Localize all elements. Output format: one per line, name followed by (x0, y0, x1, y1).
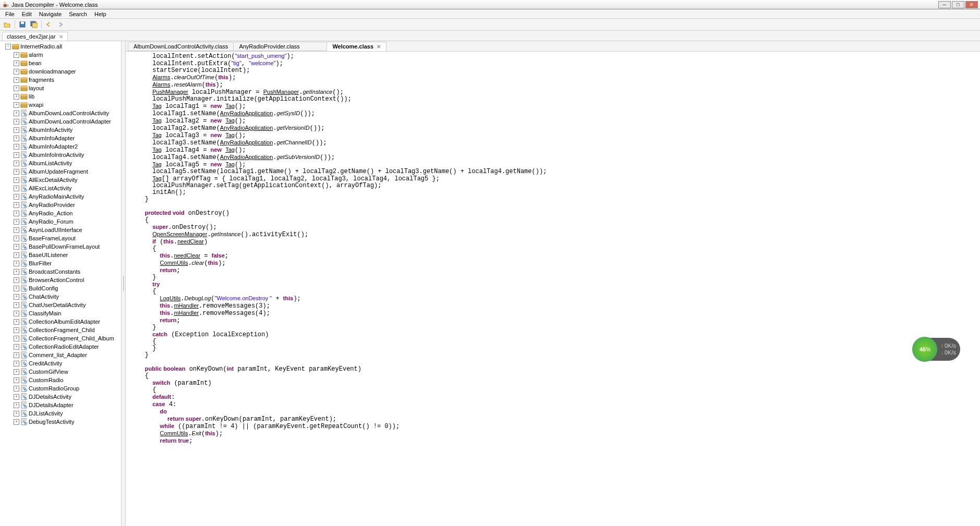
expand-icon[interactable]: + (14, 136, 19, 141)
system-monitor-widget[interactable]: 46% ↑0K/s ↓0K/s (913, 338, 960, 361)
expand-icon[interactable]: + (14, 94, 19, 100)
tree-root[interactable]: − InternetRadio.all (1, 42, 120, 51)
expand-icon[interactable]: + (14, 127, 19, 133)
expand-icon[interactable]: + (14, 52, 19, 58)
expand-icon[interactable]: + (14, 119, 19, 125)
tree-package[interactable]: +fragments (1, 76, 120, 84)
tree-sidebar[interactable]: − InternetRadio.all +alarm+bean+download… (0, 41, 122, 526)
tree-package[interactable]: +wxapi (1, 101, 120, 109)
menu-file[interactable]: File (2, 10, 18, 18)
tree-class[interactable]: +JBuildConfig (1, 284, 120, 292)
expand-icon[interactable]: + (14, 302, 19, 308)
tree-class[interactable]: +JAllExcListActivity (1, 184, 120, 192)
tree-class[interactable]: +JBrowserActionControl (1, 276, 120, 284)
tree-class[interactable]: +JChatUserDetailActivity (1, 301, 120, 309)
tree-class[interactable]: +JAlbumInfoIntroActivity (1, 151, 120, 159)
tree-class[interactable]: +JCollectionRadioEditAdapter (1, 342, 120, 351)
editor-tab-active[interactable]: Welcome.class✕ (326, 42, 386, 51)
expand-icon[interactable]: + (14, 286, 19, 291)
tree-class[interactable]: +JDJListActivity (1, 409, 120, 418)
expand-icon[interactable]: + (14, 386, 19, 392)
expand-icon[interactable]: + (14, 194, 19, 200)
tree-class[interactable]: +JClassifyMain (1, 309, 120, 317)
expand-icon[interactable]: + (14, 269, 19, 275)
expand-icon[interactable]: + (14, 161, 19, 166)
tree-class[interactable]: +JAllExcDetailActivity (1, 176, 120, 184)
menu-navigate[interactable]: Navigate (36, 10, 65, 18)
expand-icon[interactable]: + (14, 202, 19, 208)
expand-icon[interactable]: + (14, 327, 19, 333)
tree-class[interactable]: +JAlbumListActivity (1, 159, 120, 167)
expand-icon[interactable]: + (14, 102, 19, 108)
tree-package[interactable]: +alarm (1, 51, 120, 59)
expand-icon[interactable]: + (14, 85, 19, 91)
tree-package[interactable]: +layout (1, 84, 120, 92)
save-all-button[interactable] (29, 20, 39, 29)
expand-icon[interactable]: + (14, 369, 19, 375)
tree-class[interactable]: +JDebugTestActivity (1, 418, 120, 426)
expand-icon[interactable]: + (14, 69, 19, 75)
editor-tab[interactable]: AnyRadioProvider.class (233, 42, 327, 51)
tree-class[interactable]: +JChatActivity (1, 292, 120, 301)
editor-tab[interactable]: AlbumDownLoadControlActivity.class (128, 42, 234, 51)
tree-class[interactable]: +JAnyRadioMainActivity (1, 192, 120, 201)
file-tab[interactable]: classes_dex2jar.jar ✕ (2, 32, 68, 41)
tree-class[interactable]: +JAlbumInfoAdapter2 (1, 142, 120, 151)
expand-icon[interactable]: + (14, 411, 19, 417)
close-icon[interactable]: ✕ (377, 44, 381, 50)
close-icon[interactable]: ✕ (59, 34, 63, 40)
tree-class[interactable]: +JCustomGifView (1, 368, 120, 376)
tree-class[interactable]: +JCollectionFragment_Child (1, 326, 120, 334)
splitter[interactable] (122, 41, 126, 526)
menu-help[interactable]: Help (91, 10, 110, 18)
tree-class[interactable]: +JCustomRadio (1, 376, 120, 384)
expand-icon[interactable]: + (14, 144, 19, 150)
tree-class[interactable]: +JAnyRadioProvider (1, 201, 120, 209)
tree-class[interactable]: +JAlbumUpdateFragment (1, 167, 120, 176)
tree-class[interactable]: +JAsynLoadUIInterface (1, 226, 120, 234)
tree-class[interactable]: +JBlurFilter (1, 259, 120, 267)
expand-icon[interactable]: + (14, 377, 19, 383)
minimize-button[interactable]: ─ (938, 1, 951, 8)
collapse-icon[interactable]: − (5, 44, 11, 50)
expand-icon[interactable]: + (14, 244, 19, 250)
tree-class[interactable]: +JCollectionFragment_Child_Album (1, 334, 120, 342)
expand-icon[interactable]: + (14, 169, 19, 175)
tree-class[interactable]: +JAlbumDownLoadControlAdapter (1, 117, 120, 126)
tree-class[interactable]: +JBroadcastConstants (1, 267, 120, 276)
expand-icon[interactable]: + (14, 236, 19, 241)
tree-class[interactable]: +JBaseFrameLayout (1, 234, 120, 242)
tree-package[interactable]: +bean (1, 59, 120, 67)
expand-icon[interactable]: + (14, 77, 19, 83)
tree-package[interactable]: +lib (1, 92, 120, 101)
tree-package[interactable]: +downloadmanager (1, 67, 120, 76)
expand-icon[interactable]: + (14, 361, 19, 366)
menu-edit[interactable]: Edit (19, 10, 35, 18)
expand-icon[interactable]: + (14, 177, 19, 183)
tree-class[interactable]: +JComment_list_Adapter (1, 351, 120, 359)
expand-icon[interactable]: + (14, 311, 19, 316)
expand-icon[interactable]: + (14, 261, 19, 266)
expand-icon[interactable]: + (14, 402, 19, 408)
expand-icon[interactable]: + (14, 394, 19, 400)
tree-class[interactable]: +JCollectionAlbumEditAdapter (1, 317, 120, 326)
tree-class[interactable]: +JAnyRadio_Forum (1, 217, 120, 226)
expand-icon[interactable]: + (14, 352, 19, 358)
expand-icon[interactable]: + (14, 111, 19, 116)
tree-class[interactable]: +JBaseUIListener (1, 251, 120, 259)
tree-class[interactable]: +JAnyRadio_Action (1, 209, 120, 217)
expand-icon[interactable]: + (14, 211, 19, 216)
expand-icon[interactable]: + (14, 419, 19, 425)
tree-class[interactable]: +JCustomRadioGroup (1, 384, 120, 393)
expand-icon[interactable]: + (14, 294, 19, 300)
expand-icon[interactable]: + (14, 344, 19, 350)
close-button[interactable]: ✕ (965, 1, 978, 8)
tree-class[interactable]: +JBasePullDownFrameLayout (1, 242, 120, 251)
back-button[interactable] (44, 20, 54, 29)
forward-button[interactable] (55, 20, 66, 29)
menu-search[interactable]: Search (66, 10, 90, 18)
expand-icon[interactable]: + (14, 336, 19, 341)
expand-icon[interactable]: + (14, 152, 19, 158)
tree-class[interactable]: +JAlbumInfoActivity (1, 126, 120, 134)
expand-icon[interactable]: + (14, 319, 19, 325)
